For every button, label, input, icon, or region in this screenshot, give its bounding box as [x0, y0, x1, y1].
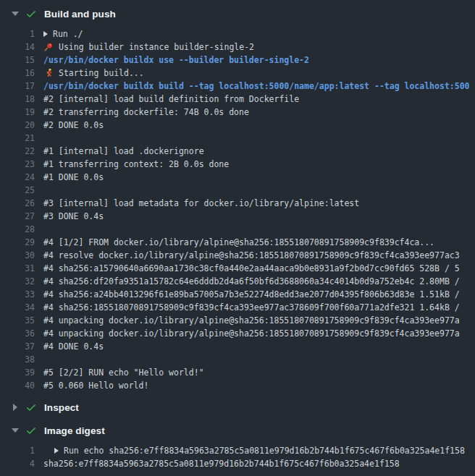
line-number[interactable]: 17	[0, 80, 35, 93]
log-text: #4 unpacking docker.io/library/alpine@sh…	[43, 327, 460, 340]
line-number[interactable]: 20	[0, 119, 35, 132]
line-number[interactable]: 28	[0, 223, 35, 236]
log-line: 30#4 resolve docker.io/library/alpine@sh…	[0, 249, 475, 262]
line-number[interactable]: 40	[0, 379, 35, 392]
line-number[interactable]: 27	[0, 210, 35, 223]
log-text: Using builder instance builder-single-2	[59, 41, 254, 54]
check-success-icon	[25, 425, 37, 436]
line-number[interactable]: 1	[0, 27, 35, 41]
log-line: 4sha256:e7ff8834a5963a2785c5a0811e979d16…	[0, 457, 475, 470]
log-lines-image-digest: 1Run echo sha256:e7ff8834a5963a2785c5a08…	[0, 444, 475, 470]
line-number[interactable]: 35	[0, 314, 35, 327]
log-text: #1 DONE 0.0s	[43, 171, 104, 184]
line-number[interactable]: 21	[0, 132, 35, 145]
log-text: #3 [internal] load metadata for docker.i…	[43, 197, 359, 210]
log-text: /usr/bin/docker buildx use --builder bui…	[43, 54, 309, 67]
section-title: Build and push	[44, 9, 116, 20]
log-lines-build-and-push: 1Run ./14Using builder instance builder-…	[0, 27, 475, 392]
pushpin-icon	[43, 42, 54, 52]
chevron-down-icon	[10, 428, 20, 433]
line-number[interactable]: 25	[0, 184, 35, 197]
line-number[interactable]: 4	[0, 457, 35, 470]
chevron-down-icon	[10, 12, 20, 16]
log-line: 32#4 sha256:df20fa9351a15782c64e6dddb2d4…	[0, 275, 475, 288]
log-text: #4 sha256:185518070891758909c9f839cf4ca3…	[43, 301, 460, 314]
line-number[interactable]: 30	[0, 249, 35, 262]
log-line: 34#4 sha256:185518070891758909c9f839cf4c…	[0, 301, 475, 314]
line-number[interactable]: 37	[0, 340, 35, 353]
line-number[interactable]: 22	[0, 145, 35, 158]
line-number[interactable]: 36	[0, 327, 35, 340]
log-line: 26#3 [internal] load metadata for docker…	[0, 197, 475, 210]
log-line: 15/usr/bin/docker buildx use --builder b…	[0, 54, 475, 67]
log-text: sha256:e7ff8834a5963a2785c5a0811e979d16b…	[43, 457, 400, 470]
log-text: Run echo sha256:e7ff8834a5963a2785c5a081…	[64, 444, 465, 457]
log-line: 17/usr/bin/docker buildx build --tag loc…	[0, 80, 475, 93]
line-number[interactable]: 29	[0, 236, 35, 249]
line-number[interactable]: 18	[0, 93, 35, 106]
line-number[interactable]: 19	[0, 106, 35, 119]
log-line: 39#5 [2/2] RUN echo "Hello world!"	[0, 366, 475, 379]
section-header-build-and-push[interactable]: Build and push	[0, 6, 475, 22]
log-line: 19#2 transferring dockerfile: 74B 0.0s d…	[0, 106, 475, 119]
group-arrow-icon[interactable]	[43, 31, 48, 37]
log-line: 1Run ./	[0, 27, 475, 41]
log-line: 16Starting build...	[0, 67, 475, 80]
log-text: #2 [internal] load build definition from…	[43, 93, 299, 106]
log-text: #5 0.060 Hello world!	[43, 379, 148, 392]
line-number[interactable]: 15	[0, 54, 35, 67]
line-number[interactable]: 32	[0, 275, 35, 288]
check-success-icon	[25, 8, 37, 20]
log-text: #4 [1/2] FROM docker.io/library/alpine@s…	[43, 236, 434, 249]
log-line: 25	[0, 184, 475, 197]
line-number[interactable]: 14	[0, 41, 35, 54]
log-text: #3 DONE 0.4s	[43, 210, 104, 223]
section-title: Inspect	[44, 402, 79, 413]
log-text: Run ./	[53, 27, 83, 41]
log-text: #5 [2/2] RUN echo "Hello world!"	[43, 366, 204, 379]
log-line: 20#2 DONE 0.0s	[0, 119, 475, 132]
log-line: 28	[0, 223, 475, 236]
line-number[interactable]: 23	[0, 158, 35, 171]
log-line: 27#3 DONE 0.4s	[0, 210, 475, 223]
check-success-icon	[25, 401, 37, 413]
log-text: #1 [internal] load .dockerignore	[43, 145, 204, 158]
log-line: 37#4 DONE 0.4s	[0, 340, 475, 353]
chevron-right-icon	[10, 404, 20, 411]
log-text: #2 DONE 0.0s	[43, 119, 104, 132]
workflow-log-panel: Build and push1Run ./14Using builder ins…	[0, 0, 475, 470]
log-line: 24#1 DONE 0.0s	[0, 171, 475, 184]
log-text: #4 unpacking docker.io/library/alpine@sh…	[43, 314, 460, 327]
log-line: 40#5 0.060 Hello world!	[0, 379, 475, 392]
group-arrow-icon[interactable]	[54, 448, 59, 454]
line-number[interactable]: 24	[0, 171, 35, 184]
line-number[interactable]: 38	[0, 353, 35, 366]
log-text: /usr/bin/docker buildx build --tag local…	[43, 80, 470, 93]
log-line: 18#2 [internal] load build definition fr…	[0, 93, 475, 106]
section-header-inspect[interactable]: Inspect	[0, 399, 475, 415]
log-line: 1Run echo sha256:e7ff8834a5963a2785c5a08…	[0, 444, 475, 457]
log-text: #2 transferring dockerfile: 74B 0.0s don…	[43, 106, 249, 119]
log-line: 36#4 unpacking docker.io/library/alpine@…	[0, 327, 475, 340]
log-text: #4 sha256:df20fa9351a15782c64e6dddb2d4a6…	[43, 275, 460, 288]
log-line: 23#1 transferring context: 2B 0.0s done	[0, 158, 475, 171]
log-text: #4 sha256:a24bb4013296f61e89ba57005a7b3e…	[43, 288, 460, 301]
log-text: #4 sha256:a15790640a6690aa1730c38cf0a440…	[43, 262, 460, 275]
log-line: 38	[0, 353, 475, 366]
log-text: #1 transferring context: 2B 0.0s done	[43, 158, 229, 171]
log-line: 22#1 [internal] load .dockerignore	[0, 145, 475, 158]
line-number[interactable]: 33	[0, 288, 35, 301]
log-text: #4 resolve docker.io/library/alpine@sha2…	[43, 249, 460, 262]
line-number[interactable]: 31	[0, 262, 35, 275]
line-number[interactable]: 26	[0, 197, 35, 210]
line-number[interactable]: 1	[0, 444, 35, 457]
line-number[interactable]: 34	[0, 301, 35, 314]
log-line: 35#4 unpacking docker.io/library/alpine@…	[0, 314, 475, 327]
log-text: #4 DONE 0.4s	[43, 340, 104, 353]
line-number[interactable]: 39	[0, 366, 35, 379]
section-header-image-digest[interactable]: Image digest	[0, 422, 475, 438]
log-line: 31#4 sha256:a15790640a6690aa1730c38cf0a4…	[0, 262, 475, 275]
section-title: Image digest	[44, 425, 105, 436]
line-number[interactable]: 16	[0, 67, 35, 80]
log-line: 14Using builder instance builder-single-…	[0, 41, 475, 54]
